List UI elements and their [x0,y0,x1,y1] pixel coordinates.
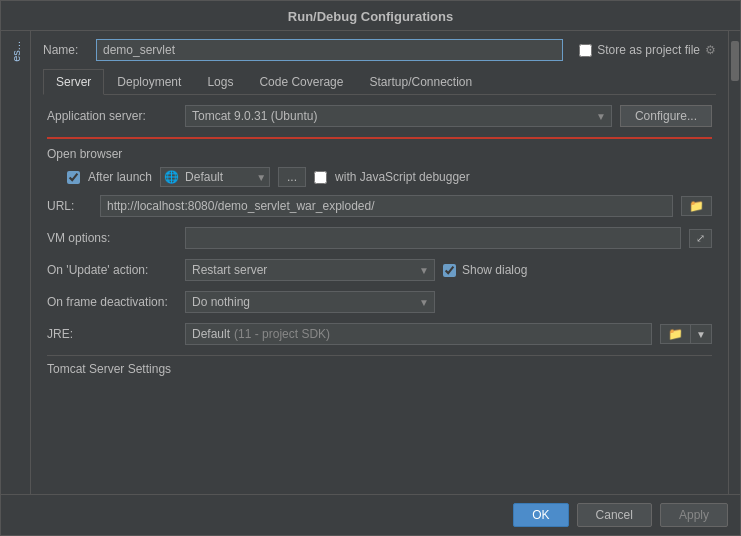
tab-server[interactable]: Server [43,69,104,95]
on-update-dropdown-wrapper: Restart server ▼ [185,259,435,281]
js-debugger-checkbox[interactable] [314,171,327,184]
app-server-label: Application server: [47,109,177,123]
scrollbar-thumb[interactable] [731,41,739,81]
open-browser-row: After launch 🌐 Default ▼ ... with JavaSc… [47,167,712,187]
url-folder-icon-button[interactable]: 📁 [681,196,712,216]
dialog-title: Run/Debug Configurations [1,1,740,31]
app-server-dropdown[interactable]: Tomcat 9.0.31 (Ubuntu) [185,105,612,127]
jre-buttons: 📁 ▼ [660,324,712,344]
left-sidebar: es... [1,31,31,494]
tab-deployment[interactable]: Deployment [104,69,194,95]
on-update-dropdown[interactable]: Restart server [185,259,435,281]
app-server-dropdown-wrapper: Tomcat 9.0.31 (Ubuntu) ▼ [185,105,612,127]
url-row: URL: 📁 [47,195,712,217]
cancel-button[interactable]: Cancel [577,503,652,527]
main-area: es... Name: Store as project file ⚙ Serv… [1,31,740,494]
show-dialog-row: Show dialog [443,263,527,277]
after-launch-checkbox[interactable] [67,171,80,184]
tab-startup[interactable]: Startup/Connection [356,69,485,95]
name-row: Name: Store as project file ⚙ [43,39,716,61]
red-separator-line [47,137,712,139]
show-dialog-checkbox[interactable] [443,264,456,277]
on-update-row: On 'Update' action: Restart server ▼ Sho… [47,259,712,281]
jre-default-text: Default [192,327,230,341]
store-as-project-row: Store as project file ⚙ [579,43,716,57]
ok-button[interactable]: OK [513,503,568,527]
browser-select-wrapper: 🌐 Default ▼ [160,167,270,187]
url-label: URL: [47,199,92,213]
on-frame-deactivation-dropdown[interactable]: Do nothing [185,291,435,313]
open-browser-label: Open browser [47,147,712,161]
jre-display: Default (11 - project SDK) [185,323,652,345]
after-launch-label: After launch [88,170,152,184]
jre-row: JRE: Default (11 - project SDK) 📁 ▼ [47,323,712,345]
tomcat-settings-section: Tomcat Server Settings [47,355,712,376]
gear-icon[interactable]: ⚙ [705,43,716,57]
browser-dots-button[interactable]: ... [278,167,306,187]
apply-button[interactable]: Apply [660,503,728,527]
store-as-project-label: Store as project file [597,43,700,57]
on-frame-deactivation-dropdown-wrapper: Do nothing ▼ [185,291,435,313]
vm-expand-button[interactable]: ⤢ [689,229,712,248]
vm-options-input[interactable] [185,227,681,249]
tab-code-coverage[interactable]: Code Coverage [246,69,356,95]
jre-hint-text: (11 - project SDK) [234,327,330,341]
dialog-footer: OK Cancel Apply [1,494,740,535]
jre-label: JRE: [47,327,177,341]
sidebar-item-label[interactable]: es... [10,41,22,62]
tab-logs[interactable]: Logs [194,69,246,95]
run-debug-dialog: Run/Debug Configurations es... Name: Sto… [0,0,741,536]
on-frame-deactivation-row: On frame deactivation: Do nothing ▼ [47,291,712,313]
tab-bar: Server Deployment Logs Code Coverage Sta… [43,69,716,95]
store-as-project-checkbox[interactable] [579,44,592,57]
jre-dropdown-button[interactable]: ▼ [690,324,712,344]
tomcat-settings-label: Tomcat Server Settings [47,362,171,376]
browser-dropdown[interactable]: Default [160,167,270,187]
content-area: Name: Store as project file ⚙ Server Dep… [31,31,728,494]
on-frame-deactivation-label: On frame deactivation: [47,295,177,309]
url-input[interactable] [100,195,673,217]
scrollbar[interactable] [728,31,740,494]
name-label: Name: [43,43,88,57]
name-input[interactable] [96,39,563,61]
js-debugger-label: with JavaScript debugger [335,170,470,184]
configure-button[interactable]: Configure... [620,105,712,127]
on-update-label: On 'Update' action: [47,263,177,277]
vm-options-row: VM options: ⤢ [47,227,712,249]
show-dialog-label: Show dialog [462,263,527,277]
tab-content: Application server: Tomcat 9.0.31 (Ubunt… [43,95,716,494]
vm-options-label: VM options: [47,231,177,245]
jre-folder-button[interactable]: 📁 [660,324,690,344]
application-server-row: Application server: Tomcat 9.0.31 (Ubunt… [47,105,712,127]
